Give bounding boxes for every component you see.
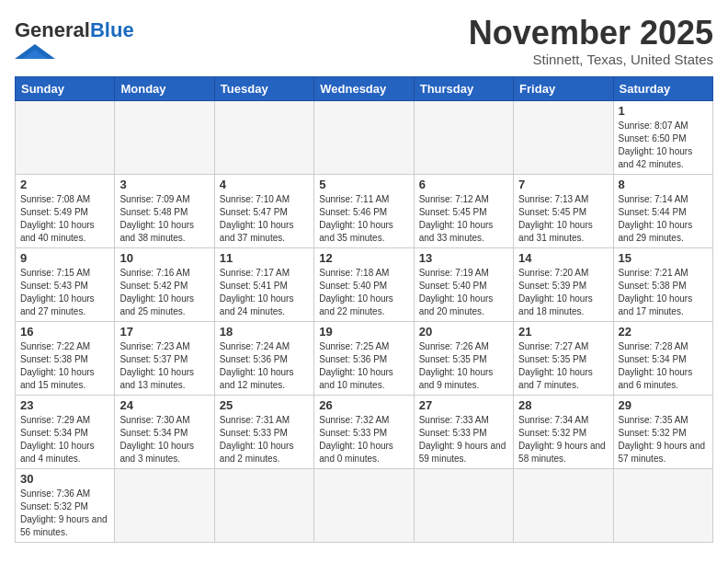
day-info: Sunrise: 7:32 AM Sunset: 5:33 PM Dayligh… (319, 414, 408, 465)
day-number: 12 (319, 251, 408, 265)
calendar-week-row: 2Sunrise: 7:08 AM Sunset: 5:49 PM Daylig… (16, 174, 713, 247)
col-header-tuesday: Tuesday (214, 76, 313, 100)
day-info: Sunrise: 7:14 AM Sunset: 5:44 PM Dayligh… (619, 193, 708, 245)
day-number: 29 (619, 398, 708, 412)
day-info: Sunrise: 7:23 AM Sunset: 5:37 PM Dayligh… (119, 340, 209, 392)
day-number: 30 (20, 472, 109, 486)
day-number: 9 (20, 251, 109, 265)
calendar-cell: 17Sunrise: 7:23 AM Sunset: 5:37 PM Dayli… (115, 321, 214, 395)
day-info: Sunrise: 7:18 AM Sunset: 5:40 PM Dayligh… (319, 267, 408, 318)
calendar-cell: 13Sunrise: 7:19 AM Sunset: 5:40 PM Dayli… (414, 247, 513, 321)
calendar-cell: 26Sunrise: 7:32 AM Sunset: 5:33 PM Dayli… (314, 395, 414, 468)
day-info: Sunrise: 7:15 AM Sunset: 5:43 PM Dayligh… (20, 267, 109, 318)
day-number: 18 (220, 325, 309, 339)
calendar-table: SundayMondayTuesdayWednesdayThursdayFrid… (15, 76, 713, 543)
calendar-cell (414, 100, 513, 174)
col-header-friday: Friday (514, 76, 613, 100)
day-info: Sunrise: 7:24 AM Sunset: 5:36 PM Dayligh… (220, 340, 309, 392)
calendar-cell: 14Sunrise: 7:20 AM Sunset: 5:39 PM Dayli… (514, 247, 613, 321)
calendar-cell: 10Sunrise: 7:16 AM Sunset: 5:42 PM Dayli… (115, 247, 214, 321)
calendar-cell: 6Sunrise: 7:12 AM Sunset: 5:45 PM Daylig… (414, 174, 513, 247)
logo-blue: Blue (90, 18, 134, 41)
logo: GeneralBlue (15, 18, 134, 65)
col-header-thursday: Thursday (414, 76, 513, 100)
calendar-cell: 1Sunrise: 8:07 AM Sunset: 6:50 PM Daylig… (613, 100, 712, 174)
calendar-week-row: 30Sunrise: 7:36 AM Sunset: 5:32 PM Dayli… (16, 468, 713, 542)
day-number: 23 (20, 398, 109, 412)
calendar-cell: 9Sunrise: 7:15 AM Sunset: 5:43 PM Daylig… (16, 247, 115, 321)
day-number: 1 (619, 104, 708, 118)
logo-general: General (15, 18, 90, 41)
day-info: Sunrise: 7:25 AM Sunset: 5:36 PM Dayligh… (319, 340, 408, 392)
calendar-cell: 20Sunrise: 7:26 AM Sunset: 5:35 PM Dayli… (414, 321, 513, 395)
calendar-cell (514, 468, 613, 542)
calendar-title: November 2025 (469, 15, 713, 52)
calendar-week-row: 16Sunrise: 7:22 AM Sunset: 5:38 PM Dayli… (16, 321, 713, 395)
calendar-cell: 7Sunrise: 7:13 AM Sunset: 5:45 PM Daylig… (514, 174, 613, 247)
day-number: 5 (319, 178, 408, 191)
day-info: Sunrise: 7:11 AM Sunset: 5:46 PM Dayligh… (319, 193, 408, 245)
day-info: Sunrise: 7:29 AM Sunset: 5:34 PM Dayligh… (20, 414, 109, 465)
day-info: Sunrise: 7:10 AM Sunset: 5:47 PM Dayligh… (220, 193, 309, 245)
calendar-week-row: 1Sunrise: 8:07 AM Sunset: 6:50 PM Daylig… (16, 100, 713, 174)
day-info: Sunrise: 7:12 AM Sunset: 5:45 PM Dayligh… (419, 193, 508, 245)
calendar-cell: 18Sunrise: 7:24 AM Sunset: 5:36 PM Dayli… (214, 321, 313, 395)
day-number: 4 (220, 178, 309, 191)
day-number: 27 (419, 398, 508, 412)
day-info: Sunrise: 7:16 AM Sunset: 5:42 PM Dayligh… (119, 267, 209, 318)
calendar-cell (613, 468, 712, 542)
logo-icon (15, 42, 55, 61)
calendar-cell: 15Sunrise: 7:21 AM Sunset: 5:38 PM Dayli… (613, 247, 712, 321)
day-number: 21 (518, 325, 608, 339)
calendar-cell: 3Sunrise: 7:09 AM Sunset: 5:48 PM Daylig… (115, 174, 214, 247)
day-info: Sunrise: 7:30 AM Sunset: 5:34 PM Dayligh… (119, 414, 209, 465)
col-header-saturday: Saturday (613, 76, 712, 100)
day-info: Sunrise: 7:08 AM Sunset: 5:49 PM Dayligh… (20, 193, 109, 245)
day-number: 8 (619, 178, 708, 191)
day-number: 3 (119, 178, 209, 191)
col-header-sunday: Sunday (16, 76, 115, 100)
calendar-cell: 8Sunrise: 7:14 AM Sunset: 5:44 PM Daylig… (613, 174, 712, 247)
day-number: 10 (119, 251, 209, 265)
day-info: Sunrise: 7:17 AM Sunset: 5:41 PM Dayligh… (220, 267, 309, 318)
calendar-cell: 23Sunrise: 7:29 AM Sunset: 5:34 PM Dayli… (16, 395, 115, 468)
day-info: Sunrise: 7:26 AM Sunset: 5:35 PM Dayligh… (419, 340, 508, 392)
day-number: 24 (119, 398, 209, 412)
calendar-cell: 5Sunrise: 7:11 AM Sunset: 5:46 PM Daylig… (314, 174, 414, 247)
calendar-cell: 19Sunrise: 7:25 AM Sunset: 5:36 PM Dayli… (314, 321, 414, 395)
day-info: Sunrise: 7:19 AM Sunset: 5:40 PM Dayligh… (419, 267, 508, 318)
day-info: Sunrise: 7:09 AM Sunset: 5:48 PM Dayligh… (119, 193, 209, 245)
calendar-cell: 30Sunrise: 7:36 AM Sunset: 5:32 PM Dayli… (16, 468, 115, 542)
calendar-cell: 24Sunrise: 7:30 AM Sunset: 5:34 PM Dayli… (115, 395, 214, 468)
calendar-cell: 29Sunrise: 7:35 AM Sunset: 5:32 PM Dayli… (613, 395, 712, 468)
calendar-cell (115, 468, 214, 542)
day-number: 6 (419, 178, 508, 191)
day-number: 16 (20, 325, 109, 339)
calendar-cell: 4Sunrise: 7:10 AM Sunset: 5:47 PM Daylig… (214, 174, 313, 247)
calendar-cell: 2Sunrise: 7:08 AM Sunset: 5:49 PM Daylig… (16, 174, 115, 247)
day-number: 26 (319, 398, 408, 412)
calendar-cell: 21Sunrise: 7:27 AM Sunset: 5:35 PM Dayli… (514, 321, 613, 395)
day-info: Sunrise: 7:33 AM Sunset: 5:33 PM Dayligh… (419, 414, 508, 465)
page-header: GeneralBlue November 2025 Stinnett, Texa… (15, 15, 713, 67)
day-info: Sunrise: 7:34 AM Sunset: 5:32 PM Dayligh… (518, 414, 608, 465)
calendar-header-row: SundayMondayTuesdayWednesdayThursdayFrid… (16, 76, 713, 100)
calendar-cell (115, 100, 214, 174)
calendar-cell (16, 100, 115, 174)
day-number: 15 (619, 251, 708, 265)
day-number: 7 (518, 178, 608, 191)
calendar-cell (314, 100, 414, 174)
calendar-cell (214, 100, 313, 174)
day-number: 25 (220, 398, 309, 412)
day-number: 19 (319, 325, 408, 339)
calendar-subtitle: Stinnett, Texas, United States (469, 52, 713, 67)
col-header-monday: Monday (115, 76, 214, 100)
day-info: Sunrise: 7:13 AM Sunset: 5:45 PM Dayligh… (518, 193, 608, 245)
calendar-cell: 16Sunrise: 7:22 AM Sunset: 5:38 PM Dayli… (16, 321, 115, 395)
day-number: 17 (119, 325, 209, 339)
calendar-cell: 12Sunrise: 7:18 AM Sunset: 5:40 PM Dayli… (314, 247, 414, 321)
calendar-cell: 25Sunrise: 7:31 AM Sunset: 5:33 PM Dayli… (214, 395, 313, 468)
calendar-cell (314, 468, 414, 542)
calendar-cell: 22Sunrise: 7:28 AM Sunset: 5:34 PM Dayli… (613, 321, 712, 395)
calendar-week-row: 23Sunrise: 7:29 AM Sunset: 5:34 PM Dayli… (16, 395, 713, 468)
